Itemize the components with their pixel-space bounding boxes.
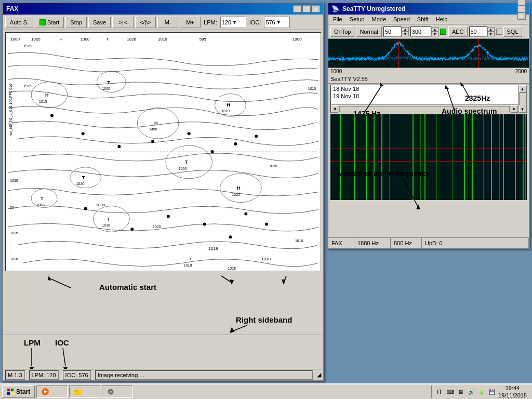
svg-line-75	[221, 276, 232, 283]
svg-rect-101	[11, 389, 14, 391]
minimize-button[interactable]: _	[293, 5, 301, 12]
tray-language: IT	[435, 389, 444, 395]
svg-text:1000: 1000	[10, 37, 20, 42]
lpm-label: LPM:	[202, 19, 219, 25]
hscroll-thumb[interactable]	[339, 106, 510, 112]
seatty-window: 📡 SeaTTY Unregistered _ □ × File Setup M…	[327, 2, 530, 249]
svg-marker-78	[282, 280, 286, 285]
svg-marker-74	[48, 275, 51, 281]
value2-input[interactable]: 300	[410, 26, 431, 37]
value2-down[interactable]: ▼	[431, 32, 438, 36]
aec-button[interactable]: AEC	[448, 26, 468, 37]
seatty-minimize-button[interactable]: _	[517, 0, 526, 5]
normal-button[interactable]: Normal	[356, 26, 381, 37]
auto-s-button[interactable]: Auto S.	[5, 17, 33, 28]
value2-up[interactable]: ▲	[431, 27, 438, 32]
svg-text:1010: 1010	[102, 223, 111, 227]
svg-text:1020: 1020	[269, 164, 277, 168]
svg-text:1010: 1010	[295, 239, 303, 243]
signal-canvas	[330, 114, 527, 200]
taskbar-app-settings[interactable]	[102, 385, 133, 398]
svg-text:T: T	[41, 196, 44, 201]
svg-point-52	[244, 212, 247, 215]
svg-text:H: H	[45, 92, 48, 98]
arrow-left-button[interactable]: ->|<-	[112, 17, 134, 28]
svg-text:1016: 1016	[10, 257, 18, 261]
seatty-maximize-button[interactable]: □	[517, 5, 526, 12]
value1-input[interactable]: 50	[383, 26, 402, 37]
menu-shift[interactable]: Shift	[416, 16, 430, 23]
maximize-button[interactable]: □	[302, 5, 311, 12]
lpm-combo[interactable]: 120 ▼	[220, 17, 246, 28]
sql-checkbox[interactable]	[496, 29, 502, 35]
spectrum-right-label: 2000	[515, 69, 527, 74]
seatty-version: SeaTTY V2.55	[330, 76, 368, 82]
menu-file[interactable]: File	[331, 16, 344, 23]
value3-input[interactable]: 50	[469, 26, 487, 37]
ontop-button[interactable]: OnTop	[330, 26, 354, 37]
taskbar-app-media[interactable]	[36, 385, 68, 398]
waterfall-label-bar: 1000 2000	[328, 68, 529, 75]
seatty-mode-status: FAX	[328, 238, 354, 248]
svg-text:T: T	[107, 217, 110, 222]
hscroll-right-btn[interactable]: ►	[511, 105, 518, 113]
value1-down[interactable]: ▼	[402, 32, 409, 36]
value3-down[interactable]: ▼	[487, 32, 495, 36]
mode-status: M 1:3	[5, 370, 25, 380]
fax-statusbar: M 1:3 LPM: 120 IOC: 576 Image receiving …	[3, 369, 323, 380]
m-plus-button[interactable]: M+	[180, 17, 201, 28]
svg-point-45	[234, 142, 237, 145]
value3-up[interactable]: ▲	[487, 27, 495, 32]
start-indicator	[39, 19, 46, 25]
scroll-thumb[interactable]	[519, 92, 526, 105]
sql-button[interactable]: SQL	[503, 26, 522, 37]
safety-remove-icon: 💾	[488, 388, 496, 396]
log-hscrollbar: ◄ ►	[331, 104, 518, 113]
svg-text:1010: 1010	[222, 109, 230, 113]
svg-line-73	[50, 278, 71, 288]
ioc-label: IOC:	[248, 19, 263, 25]
seatty-close-button[interactable]: ×	[517, 12, 526, 20]
svg-text:1020: 1020	[31, 37, 41, 42]
menu-speed[interactable]: Speed	[392, 16, 411, 23]
svg-text:1000: 1000	[153, 225, 161, 229]
value1-up[interactable]: ▲	[402, 27, 409, 32]
start-button-fax[interactable]: Start	[35, 17, 64, 28]
fax-annotation-area: Automatic start Right sideband	[3, 273, 323, 335]
spectrum-area	[328, 39, 529, 68]
svg-text:H: H	[60, 37, 63, 42]
stop-button[interactable]: Stop	[65, 17, 87, 28]
svg-point-39	[50, 114, 54, 117]
svg-text:LPM: LPM	[24, 338, 41, 347]
value1-spinner: 50 ▲ ▼	[383, 26, 409, 37]
svg-text:1000: 1000	[292, 37, 302, 42]
svg-text:1019: 1019	[209, 246, 218, 251]
log-entry-1: 18 Nov 18	[331, 85, 526, 92]
log-scrollbar: ▲ ▼	[518, 85, 526, 113]
scroll-down-btn[interactable]: ▼	[519, 105, 526, 113]
fax-image-area: 1000 1020 H 1000 T 1026 1016 595 1000	[5, 32, 321, 271]
menu-setup[interactable]: Setup	[348, 16, 366, 23]
ioc-combo[interactable]: 576 ▼	[264, 17, 290, 28]
arrow-both-button[interactable]: </|\>	[135, 17, 156, 28]
svg-point-49	[167, 215, 170, 218]
menu-mode[interactable]: Mode	[370, 16, 388, 23]
svg-text:1018: 1018	[184, 263, 192, 267]
taskbar-app-folder[interactable]	[69, 385, 100, 398]
clock-display: 19:44 19/11/2018	[498, 384, 527, 399]
hscroll-left-btn[interactable]: ◄	[331, 105, 338, 113]
scroll-up-btn[interactable]: ▲	[519, 85, 526, 92]
svg-text:1015: 1015	[39, 100, 47, 103]
seatty-title: SeaTTY Unregistered	[342, 5, 405, 12]
m-minus-button[interactable]: M-	[157, 17, 178, 28]
svg-text:Automatic start: Automatic start	[99, 283, 156, 291]
svg-text:1010: 1010	[308, 87, 316, 90]
seatty-upb-status: UpB: 0	[422, 238, 529, 248]
signal-display	[330, 114, 527, 200]
windows-start-button[interactable]: Start	[2, 385, 35, 398]
svg-point-41	[117, 145, 121, 148]
save-button[interactable]: Save	[88, 17, 111, 28]
close-button[interactable]: ×	[312, 5, 320, 12]
aec-control: AEC	[440, 26, 468, 37]
menu-help[interactable]: Help	[434, 16, 449, 23]
